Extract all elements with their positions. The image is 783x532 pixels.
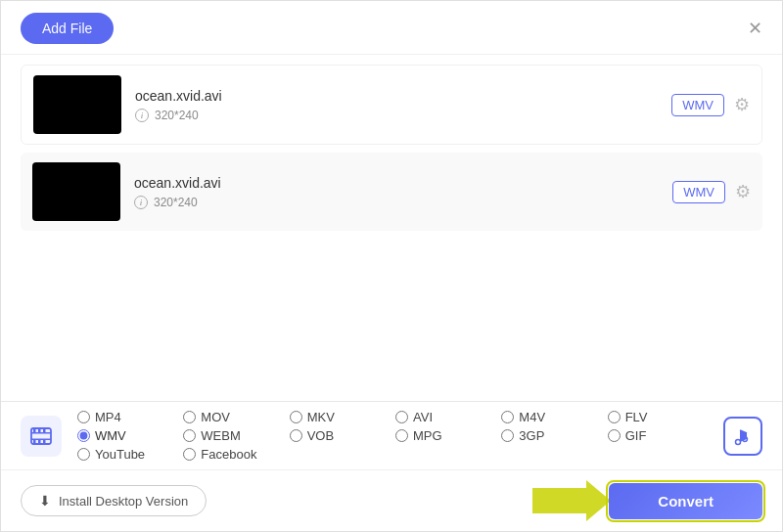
action-bar: ⬇ Install Desktop Version Convert	[1, 470, 782, 531]
format-radio-avi[interactable]	[395, 411, 408, 423]
svg-point-9	[736, 439, 741, 444]
info-icon: i	[134, 196, 148, 209]
format-option-3gp[interactable]: 3GP	[501, 428, 607, 443]
format-option-mp4[interactable]: MP4	[77, 410, 183, 424]
arrow-annotation	[532, 480, 611, 521]
format-option-flv[interactable]: FLV	[608, 410, 714, 424]
file-list: ocean.xvid.avi i 320*240 WMV ⚙ ocean.xvi…	[1, 55, 782, 248]
format-option-gif[interactable]: GIF	[608, 428, 714, 443]
file-actions: WMV ⚙	[671, 94, 750, 116]
settings-icon[interactable]: ⚙	[734, 94, 750, 115]
format-radio-3gp[interactable]	[501, 429, 514, 442]
format-radio-vob[interactable]	[290, 429, 302, 442]
svg-rect-1	[31, 432, 51, 434]
file-item: ocean.xvid.avi i 320*240 WMV ⚙	[21, 153, 762, 231]
format-option-wmv[interactable]: WMV	[77, 428, 183, 443]
format-radio-flv[interactable]	[608, 411, 621, 423]
format-radio-youtube[interactable]	[77, 448, 90, 461]
svg-rect-5	[43, 428, 46, 432]
file-name: ocean.xvid.avi	[135, 88, 671, 104]
bottom-bar: MP4 MOV MKV AVI M4V FLV WMV WEB	[1, 401, 782, 531]
file-info: ocean.xvid.avi i 320*240	[135, 88, 671, 122]
format-radio-wmv[interactable]	[77, 429, 90, 442]
info-icon: i	[135, 109, 149, 122]
format-badge[interactable]: WMV	[672, 181, 725, 203]
format-radio-webm[interactable]	[183, 429, 196, 442]
format-radio-facebook[interactable]	[183, 448, 196, 461]
format-option-youtube[interactable]: YouTube	[77, 447, 183, 462]
svg-rect-6	[33, 440, 36, 444]
audio-icon[interactable]	[723, 417, 762, 456]
file-item: ocean.xvid.avi i 320*240 WMV ⚙	[21, 65, 762, 145]
svg-rect-2	[31, 438, 51, 440]
format-option-vob[interactable]: VOB	[290, 428, 395, 443]
file-thumbnail	[32, 162, 120, 221]
format-radio-mpg[interactable]	[395, 429, 408, 442]
format-radio-mp4[interactable]	[77, 411, 90, 423]
settings-icon[interactable]: ⚙	[735, 181, 751, 202]
format-option-facebook[interactable]: Facebook	[183, 447, 289, 462]
svg-rect-8	[43, 440, 46, 444]
add-file-button[interactable]: Add File	[21, 13, 114, 44]
format-selector: MP4 MOV MKV AVI M4V FLV WMV WEB	[1, 402, 782, 470]
format-option-mpg[interactable]: MPG	[395, 428, 501, 443]
file-dimensions: 320*240	[155, 109, 199, 122]
format-radio-mkv[interactable]	[290, 411, 302, 423]
file-thumbnail	[33, 75, 121, 134]
format-radio-gif[interactable]	[608, 429, 621, 442]
download-icon: ⬇	[39, 493, 51, 509]
svg-rect-4	[38, 428, 41, 432]
format-grid: MP4 MOV MKV AVI M4V FLV WMV WEB	[77, 410, 714, 462]
format-option-mov[interactable]: MOV	[183, 410, 289, 424]
format-radio-m4v[interactable]	[501, 411, 514, 423]
install-button[interactable]: ⬇ Install Desktop Version	[21, 485, 207, 516]
svg-rect-3	[33, 428, 36, 432]
file-info: ocean.xvid.avi i 320*240	[134, 175, 672, 209]
svg-marker-12	[532, 480, 611, 521]
convert-button[interactable]: Convert	[609, 483, 762, 519]
file-meta: i 320*240	[135, 109, 671, 122]
format-option-mkv[interactable]: MKV	[290, 410, 395, 424]
file-meta: i 320*240	[134, 196, 672, 209]
format-badge[interactable]: WMV	[671, 94, 724, 116]
header: Add File ✕	[1, 1, 782, 55]
file-dimensions: 320*240	[154, 196, 198, 209]
convert-area: Convert	[532, 480, 762, 521]
svg-rect-7	[38, 440, 41, 444]
film-icon	[21, 416, 62, 457]
format-radio-mov[interactable]	[183, 411, 196, 423]
format-option-m4v[interactable]: M4V	[501, 410, 607, 424]
format-option-avi[interactable]: AVI	[395, 410, 501, 424]
file-actions: WMV ⚙	[672, 181, 751, 203]
file-name: ocean.xvid.avi	[134, 175, 672, 191]
install-label: Install Desktop Version	[59, 494, 188, 509]
convert-wrapper: Convert	[609, 483, 762, 519]
format-option-webm[interactable]: WEBM	[183, 428, 289, 443]
close-button[interactable]: ✕	[748, 20, 762, 37]
